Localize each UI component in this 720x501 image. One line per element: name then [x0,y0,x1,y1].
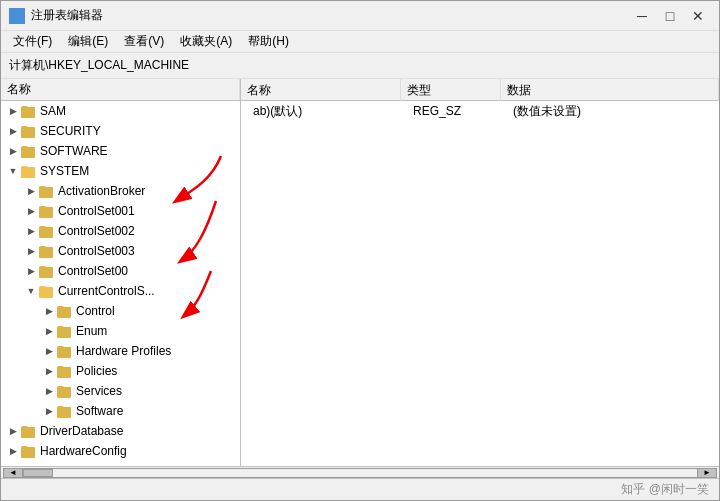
right-data-container: ab)(默认)REG_SZ(数值未设置) [241,101,719,121]
tree-toggle[interactable]: ▶ [23,203,39,219]
tree-item[interactable]: ▶ControlSet003 [1,241,240,261]
tree-item[interactable]: ▼CurrentControlS... [1,281,240,301]
tree-toggle[interactable]: ▼ [5,163,21,179]
status-bar: 知乎 @闲时一笑 [1,478,719,500]
menu-item[interactable]: 文件(F) [5,31,60,52]
tree-item[interactable]: ▶ControlSet001 [1,201,240,221]
tree-item[interactable]: ▶Policies [1,361,240,381]
tree-item-label: SAM [40,104,66,118]
folder-icon [39,224,55,238]
scroll-track [23,468,697,478]
right-col-type[interactable]: 类型 [401,79,501,101]
data-row[interactable]: ab)(默认)REG_SZ(数值未设置) [241,101,719,121]
tree-item-label: HardwareConfig [40,444,127,458]
minimize-button[interactable]: ─ [629,5,655,27]
tree-toggle[interactable]: ▶ [5,423,21,439]
tree-container: ▶SAM▶SECURITY▶SOFTWARE▼SYSTEM▶Activation… [1,101,240,466]
menu-item[interactable]: 查看(V) [116,31,172,52]
tree-item[interactable]: ▶Hardware Profiles [1,341,240,361]
tree-item[interactable]: ▶SAM [1,101,240,121]
tree-item-label: SOFTWARE [40,144,108,158]
folder-icon [21,124,37,138]
tree-item[interactable]: ▶Software [1,401,240,421]
tree-toggle[interactable]: ▶ [5,143,21,159]
tree-item-label: SYSTEM [40,164,89,178]
scroll-right[interactable]: ► [697,468,717,478]
tree-item-label: Control [76,304,115,318]
tree-toggle[interactable]: ▶ [41,383,57,399]
tree-toggle[interactable]: ▶ [23,263,39,279]
tree-item[interactable]: ▶ActivationBroker [1,181,240,201]
menu-item[interactable]: 帮助(H) [240,31,297,52]
tree-item[interactable]: ▶Enum [1,321,240,341]
tree-toggle[interactable]: ▶ [5,443,21,459]
tree-item[interactable]: ▶SOFTWARE [1,141,240,161]
tree-toggle[interactable]: ▶ [23,243,39,259]
folder-icon [57,404,73,418]
folder-icon [57,384,73,398]
folder-icon [39,244,55,258]
tree-item[interactable]: ▶HardwareConfig [1,441,240,461]
tree-item[interactable]: ▶Input [1,461,240,466]
tree-item[interactable]: ▶DriverDatabase [1,421,240,441]
tree-item-label: ControlSet002 [58,224,135,238]
menu-bar: 文件(F)编辑(E)查看(V)收藏夹(A)帮助(H) [1,31,719,53]
folder-icon [39,204,55,218]
title-bar-buttons: ─ □ ✕ [629,5,711,27]
main-content: 名称 ▶SAM▶SECURITY▶SOFTWARE▼SYSTEM▶Activat… [1,79,719,466]
tree-item-label: ControlSet003 [58,244,135,258]
tree-toggle[interactable]: ▶ [41,363,57,379]
data-cell-value: (数值未设置) [507,103,713,120]
tree-item-label: Enum [76,324,107,338]
maximize-button[interactable]: □ [657,5,683,27]
app-icon [9,8,25,24]
tree-item[interactable]: ▶ControlSet002 [1,221,240,241]
tree-item-label: CurrentControlS... [58,284,155,298]
tree-item[interactable]: ▼SYSTEM [1,161,240,181]
data-cell-name: ab)(默认) [247,103,407,120]
tree-item-label: ControlSet00 [58,264,128,278]
right-col-data[interactable]: 数据 [501,79,719,101]
right-col-name[interactable]: 名称 [241,79,401,101]
tree-item[interactable]: ▶SECURITY [1,121,240,141]
main-window: 注册表编辑器 ─ □ ✕ 文件(F)编辑(E)查看(V)收藏夹(A)帮助(H) … [0,0,720,501]
scroll-thumb[interactable] [23,469,53,477]
folder-icon [21,104,37,118]
tree-panel[interactable]: 名称 ▶SAM▶SECURITY▶SOFTWARE▼SYSTEM▶Activat… [1,79,241,466]
tree-item-label: Hardware Profiles [76,344,171,358]
tree-col-header-name[interactable]: 名称 [1,79,240,100]
window-title: 注册表编辑器 [31,7,629,24]
svg-rect-0 [10,9,16,15]
tree-item[interactable]: ▶Control [1,301,240,321]
folder-icon [21,464,37,466]
tree-toggle[interactable]: ▶ [41,323,57,339]
tree-item-label: SECURITY [40,124,101,138]
tree-item[interactable]: ▶Services [1,381,240,401]
menu-item[interactable]: 编辑(E) [60,31,116,52]
address-label: 计算机\HKEY_LOCAL_MACHINE [9,57,189,74]
svg-rect-3 [18,17,24,23]
tree-item-label: Input [40,464,67,466]
right-panel: 名称 类型 数据 ab)(默认)REG_SZ(数值未设置) [241,79,719,466]
menu-item[interactable]: 收藏夹(A) [172,31,240,52]
folder-icon [21,424,37,438]
close-button[interactable]: ✕ [685,5,711,27]
tree-item-label: Services [76,384,122,398]
data-cell-type: REG_SZ [407,104,507,118]
tree-item[interactable]: ▶ControlSet00 [1,261,240,281]
tree-toggle[interactable]: ▶ [5,463,21,466]
tree-toggle[interactable]: ▶ [5,123,21,139]
tree-toggle[interactable]: ▶ [5,103,21,119]
tree-toggle[interactable]: ▶ [41,403,57,419]
tree-toggle[interactable]: ▶ [23,223,39,239]
tree-toggle[interactable]: ▼ [23,283,39,299]
tree-item-label: DriverDatabase [40,424,123,438]
folder-icon [57,364,73,378]
tree-toggle[interactable]: ▶ [41,343,57,359]
right-col-headers: 名称 类型 数据 [241,79,719,101]
watermark: 知乎 @闲时一笑 [621,481,709,498]
horizontal-scrollbar[interactable]: ◄ ► [1,466,719,478]
tree-toggle[interactable]: ▶ [41,303,57,319]
scroll-left[interactable]: ◄ [3,468,23,478]
tree-toggle[interactable]: ▶ [23,183,39,199]
